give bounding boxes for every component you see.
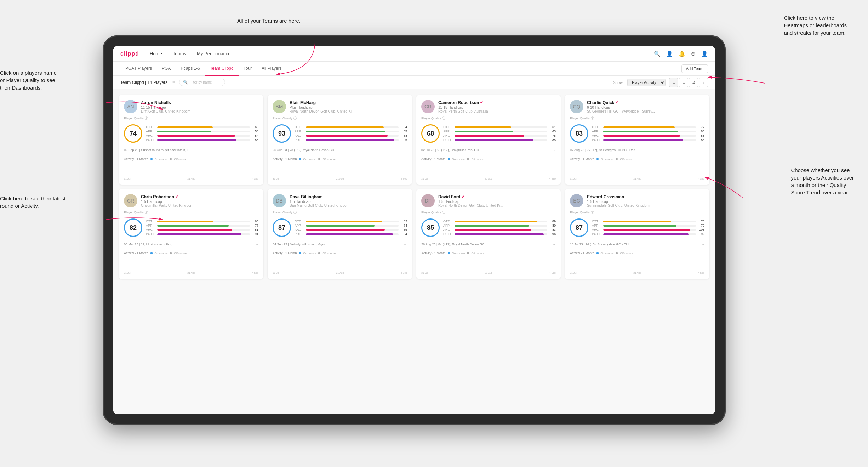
main-content[interactable]: AN Aaron Nicholls 11-15 Handicap Drift G… <box>113 89 715 414</box>
view-grid-large[interactable]: ⊞ <box>669 78 678 87</box>
user-avatar-icon[interactable]: 👤 <box>701 51 708 57</box>
stat-bar-fill-ott <box>455 221 537 222</box>
stat-value-putt: 96 <box>549 232 556 236</box>
tab-all-players[interactable]: All Players <box>257 62 287 76</box>
stats-grid: OTT 73 APP 79 ARG 103 PUTT 92 <box>592 220 704 236</box>
stat-bar-bg-ott <box>306 126 399 128</box>
plus-circle-icon[interactable]: ⊕ <box>691 51 696 57</box>
stat-value-arg: 103 <box>697 228 704 232</box>
activity-header: Activity · 1 Month On course Off course <box>421 251 556 255</box>
quality-circle[interactable]: 83 <box>570 124 588 143</box>
player-card[interactable]: DF David Ford ✔ 1-5 Handicap Royal North… <box>416 189 561 279</box>
latest-round[interactable]: 26 Aug 23 | 84 (+12), Royal North Devon … <box>421 240 556 246</box>
player-card[interactable]: CQ Charlie Quick ✔ 6-10 Handicap St. Geo… <box>565 95 709 185</box>
player-card[interactable]: EC Edward Crossman 1-5 Handicap Sunningd… <box>565 189 709 279</box>
round-annotation: Click here to see their latestround or A… <box>0 195 65 210</box>
stat-bar-bg-putt <box>306 233 399 235</box>
player-name[interactable]: Dave Billingham <box>290 194 407 199</box>
show-select[interactable]: Player Activity <box>627 79 666 86</box>
verified-icon: ✔ <box>615 101 618 104</box>
player-card[interactable]: CR Chris Robertson ✔ 1-5 Handicap Craigm… <box>119 189 263 279</box>
edit-icon[interactable]: ✏ <box>172 80 176 85</box>
tab-pgat-players[interactable]: PGAT Players <box>120 62 157 76</box>
latest-round[interactable]: 03 Mar 23 | 19, Must make putting → <box>124 240 258 246</box>
quality-circle[interactable]: 82 <box>124 218 142 237</box>
activity-title: Activity · 1 Month <box>421 157 446 161</box>
quality-label: Player Quality ⓘ <box>124 210 258 215</box>
bell-icon[interactable]: 🔔 <box>679 51 685 57</box>
activity-legend: On course Off course <box>299 252 336 255</box>
search-icon[interactable]: 🔍 <box>654 51 661 57</box>
profile-icon[interactable]: 👤 <box>666 51 673 57</box>
player-avatar: BM <box>273 100 286 113</box>
stat-row-putt: PUTT 86 <box>592 138 704 142</box>
latest-round[interactable]: 02 Sep 23 | Sunset round to get back int… <box>124 146 258 152</box>
tab-hcaps[interactable]: Hcaps 1-5 <box>176 62 205 76</box>
tab-pga[interactable]: PGA <box>157 62 176 76</box>
nav-teams[interactable]: Teams <box>173 51 186 56</box>
player-name[interactable]: Charlie Quick ✔ <box>587 100 704 105</box>
stat-bar-fill-app <box>157 131 211 132</box>
chart-label-mid: 21 Aug <box>187 177 195 180</box>
stat-label-arg: ARG <box>592 134 602 137</box>
legend-dot-off <box>170 252 172 254</box>
sort-icon[interactable]: ↕ <box>699 78 708 87</box>
player-avatar: EC <box>570 194 583 207</box>
player-card[interactable]: CR Cameron Robertson ✔ 11-15 Handicap Ro… <box>416 95 561 185</box>
add-team-button[interactable]: Add Team <box>681 64 708 73</box>
player-header: CQ Charlie Quick ✔ 6-10 Handicap St. Geo… <box>570 100 704 113</box>
round-arrow: → <box>552 242 556 246</box>
activity-title: Activity · 1 Month <box>570 251 594 255</box>
chart-x-labels: 31 Jul 21 Aug 4 Sep <box>570 177 704 180</box>
quality-circle[interactable]: 85 <box>421 218 440 237</box>
view-grid-small[interactable]: ⊟ <box>679 78 688 87</box>
stat-value-app: 79 <box>697 224 704 227</box>
stat-row-app: APP 58 <box>146 130 258 133</box>
stat-value-app: 63 <box>549 130 556 133</box>
player-card[interactable]: DB Dave Billingham 1-5 Handicap Sag Main… <box>268 189 412 279</box>
chart-label-end: 4 Sep <box>698 272 704 274</box>
stat-value-arg: 75 <box>549 134 556 137</box>
latest-round[interactable]: 18 Jul 23 | 74 (+3), Sunningdale GC - Ol… <box>570 240 704 246</box>
player-card[interactable]: BM Blair McHarg Plus Handicap Royal Nort… <box>268 95 412 185</box>
nav-my-performance[interactable]: My Performance <box>197 51 230 56</box>
latest-round[interactable]: 02 Jul 23 | 59 (+17), Craigmillar Park G… <box>421 146 556 152</box>
latest-round[interactable]: 07 Aug 23 | 77 (+7), St George's Hill GC… <box>570 146 704 152</box>
player-club: Royal North Devon Golf Club, United Ki..… <box>290 109 407 113</box>
stat-row-arg: ARG 83 <box>592 134 704 137</box>
activity-legend: On course Off course <box>150 158 187 161</box>
tab-team-clippd[interactable]: Team Clippd <box>205 62 239 76</box>
player-card[interactable]: AN Aaron Nicholls 11-15 Handicap Drift G… <box>119 95 263 185</box>
search-box[interactable]: 🔍 Filter by name <box>179 79 225 86</box>
chart-bars <box>273 256 407 269</box>
app-logo[interactable]: clippd <box>120 51 139 57</box>
quality-section: 83 OTT 77 APP 80 ARG 83 PUTT 86 <box>570 124 704 143</box>
legend-dot-on <box>448 252 450 254</box>
stat-label-arg: ARG <box>295 134 304 137</box>
nav-home[interactable]: Home <box>150 51 162 56</box>
player-avatar: DB <box>273 194 286 207</box>
player-name[interactable]: David Ford ✔ <box>438 194 556 199</box>
quality-circle[interactable]: 74 <box>124 124 142 143</box>
chart-container: 31 Jul 21 Aug 4 Sep <box>570 162 704 180</box>
player-header: EC Edward Crossman 1-5 Handicap Sunningd… <box>570 194 704 207</box>
chart-label-start: 31 Jul <box>421 177 428 180</box>
latest-round[interactable]: 04 Sep 23 | Mobility with coach, Gym → <box>273 240 407 246</box>
tab-tour[interactable]: Tour <box>239 62 257 76</box>
player-name[interactable]: Aaron Nicholls <box>141 100 258 105</box>
filter-icon[interactable]: ⊿ <box>689 78 698 87</box>
player-name[interactable]: Chris Robertson ✔ <box>141 194 258 199</box>
legend-label-off: Off course <box>620 252 633 255</box>
stat-row-app: APP 79 <box>592 224 704 227</box>
quality-circle[interactable]: 87 <box>273 218 291 237</box>
quality-circle[interactable]: 68 <box>421 124 440 143</box>
player-name[interactable]: Blair McHarg <box>290 100 407 105</box>
latest-round[interactable]: 26 Aug 23 | 73 (+1), Royal North Devon G… <box>273 146 407 152</box>
stat-label-putt: PUTT <box>443 232 453 236</box>
quality-circle[interactable]: 93 <box>273 124 291 143</box>
player-avatar: CR <box>421 100 435 113</box>
player-name[interactable]: Cameron Robertson ✔ <box>438 100 556 105</box>
player-name[interactable]: Edward Crossman <box>587 194 704 199</box>
quality-circle[interactable]: 87 <box>570 218 588 237</box>
chart-container: 31 Jul 21 Aug 4 Sep <box>421 162 556 180</box>
